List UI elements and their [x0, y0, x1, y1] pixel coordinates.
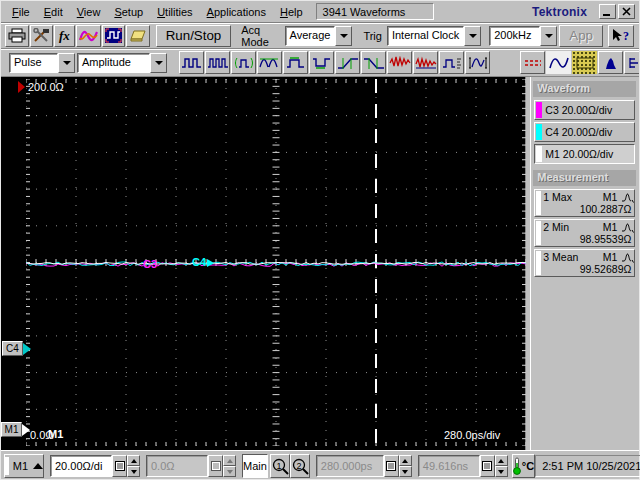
spin-up-button[interactable] [127, 455, 140, 466]
meas-type-select[interactable]: Amplitude [77, 53, 167, 73]
spin-down-button[interactable] [495, 466, 508, 477]
trig-rate-select[interactable]: 200kHz [489, 26, 557, 46]
vertical-offset-keypad-button[interactable] [208, 455, 223, 477]
measurement-toolbar: Pulse Amplitude [1, 49, 639, 77]
source-value: M1 [13, 460, 28, 472]
vertical-scale-field: 20.00Ω/di [50, 455, 140, 477]
spin-up-button[interactable] [495, 455, 508, 466]
m1-channel-marker[interactable]: M1 [1, 422, 30, 437]
histogram-button[interactable] [598, 51, 623, 74]
meas-gated-button[interactable] [231, 51, 256, 74]
vertical-scale-input[interactable]: 20.00Ω/di [50, 455, 112, 477]
run-stop-button[interactable]: Run/Stop [156, 25, 232, 47]
measurement-stripe [536, 191, 541, 215]
main-view-button[interactable]: Main [242, 454, 268, 478]
spin-up-button[interactable] [223, 455, 236, 466]
mag2-view-button[interactable]: 2 [290, 454, 310, 478]
chevron-up-icon [131, 459, 137, 463]
menu-edit[interactable]: Edit [37, 3, 70, 20]
vertical-histogram-button[interactable] [624, 51, 639, 74]
clock-display: 2:51 PM 10/25/2021 [535, 455, 640, 477]
waveform-display: 200.0Ω 0.0Ω M1 280.0ps/div C3 C4 C4 M1 [1, 77, 525, 450]
cursors-button[interactable] [520, 51, 545, 74]
meas-pulse-params-button[interactable] [439, 51, 464, 74]
meas-fall-time-button[interactable] [361, 51, 386, 74]
horizontal-scale-keypad-button[interactable] [384, 455, 399, 477]
measurement-index: 2 [543, 221, 549, 233]
close-button[interactable] [618, 4, 635, 19]
noise-burst-icon [389, 56, 411, 70]
menu-view[interactable]: View [70, 3, 108, 20]
spin-down-button[interactable] [127, 466, 140, 477]
clear-button[interactable] [126, 25, 150, 47]
trig-source-select[interactable]: Internal Clock [387, 26, 481, 46]
measurement-value: 98.95539Ω [543, 233, 634, 245]
menu-setup[interactable]: Setup [107, 3, 150, 20]
measurement-name: Mean [552, 251, 578, 263]
meas-middle-button[interactable] [205, 51, 230, 74]
meas-pos-width-button[interactable] [283, 51, 308, 74]
horizontal-position-keypad-button[interactable] [480, 455, 495, 477]
c4-trace-label[interactable]: C4 [192, 256, 214, 268]
meas-rise-time-button[interactable] [335, 51, 360, 74]
minimize-button[interactable] [599, 4, 616, 19]
chevron-up-icon [498, 459, 504, 463]
spin-up-button[interactable] [399, 455, 412, 466]
chevron-down-icon [155, 61, 163, 65]
trig-rate-dropdown-button[interactable] [540, 26, 557, 46]
acq-mode-dropdown-button[interactable] [335, 26, 352, 46]
trig-source-dropdown-button[interactable] [464, 26, 481, 46]
c4-channel-marker[interactable]: C4 [2, 341, 31, 356]
m1-marker-arrow-icon [22, 424, 30, 436]
meas-neg-width-button[interactable] [309, 51, 334, 74]
spin-down-button[interactable] [399, 466, 412, 477]
measurement-button-min[interactable]: 2 Min M1 98.95539Ω [534, 219, 635, 247]
channel-button-c3[interactable]: C3 20.00Ω/div [534, 100, 635, 120]
menu-help[interactable]: Help [273, 3, 310, 20]
measurement-button-max[interactable]: 1 Max M1 100.2887Ω [534, 189, 635, 217]
autoset-button[interactable] [102, 25, 125, 47]
help-pointer-icon: ? [611, 28, 631, 43]
tools-button[interactable] [30, 25, 53, 47]
channel-button-c4[interactable]: C4 20.00Ω/div [534, 122, 635, 142]
meas-type-value: Amplitude [77, 53, 150, 73]
menu-applications[interactable]: Applications [200, 3, 273, 20]
measurement-source: M1 [603, 251, 618, 263]
formula-button[interactable]: fx [54, 25, 75, 47]
readout-display-button[interactable] [572, 51, 597, 74]
menu-utilities[interactable]: Utilities [150, 3, 199, 20]
meas-noise-rms-button[interactable] [413, 51, 438, 74]
vertical-offset-input[interactable]: 0.0Ω [146, 455, 208, 477]
context-help-button[interactable]: ? [608, 25, 634, 47]
meas-class-dropdown-button[interactable] [58, 53, 75, 73]
horizontal-position-spinner [495, 455, 508, 477]
keypad-icon [386, 461, 396, 471]
meas-noise-button[interactable] [387, 51, 412, 74]
sine-icon [549, 56, 569, 70]
temperature-button[interactable]: °C [512, 454, 535, 478]
source-select-button[interactable]: M1 [4, 454, 44, 478]
spin-down-button[interactable] [223, 466, 236, 477]
channel-button-m1[interactable]: M1 20.00Ω/div [534, 144, 635, 164]
graticule [26, 79, 526, 446]
horizontal-scale-input[interactable]: 280.000ps [316, 455, 384, 477]
meas-type-dropdown-button[interactable] [150, 53, 167, 73]
measurement-button-mean[interactable]: 3 Mean M1 99.52689Ω [534, 249, 635, 277]
c3-trace-label: C3 [143, 258, 157, 270]
meas-amplitude-button[interactable] [179, 51, 204, 74]
meas-bracket-wave-button[interactable] [465, 51, 490, 74]
waveform-db-button[interactable] [76, 25, 101, 47]
meas-peaks-button[interactable] [257, 51, 282, 74]
tools-icon [33, 28, 50, 43]
horizontal-position-input[interactable]: 49.616ns [418, 455, 480, 477]
print-button[interactable] [5, 25, 29, 47]
app-button[interactable]: App [559, 25, 603, 47]
keypad-icon [115, 461, 125, 471]
mag1-view-button[interactable]: 1 [270, 454, 290, 478]
menu-file[interactable]: File [5, 3, 37, 20]
waveform-display-button[interactable] [546, 51, 571, 74]
meas-class-select[interactable]: Pulse [9, 53, 75, 73]
trigger-level-marker[interactable] [18, 81, 25, 93]
acq-mode-select[interactable]: Average [285, 26, 353, 46]
vertical-scale-keypad-button[interactable] [112, 455, 127, 477]
